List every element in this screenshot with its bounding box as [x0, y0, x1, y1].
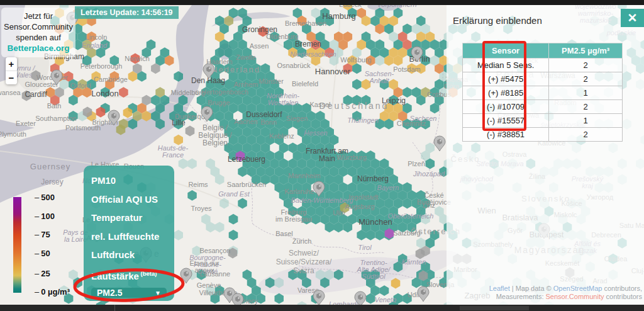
map-label: France — [162, 151, 184, 159]
cell-value: 2 — [549, 100, 623, 114]
map-label: Arnhem — [234, 81, 258, 88]
attribution-link[interactable]: OpenStreetMap — [553, 285, 602, 292]
map-label: Aachen — [234, 118, 257, 125]
close-panel-button[interactable]: ✕ — [621, 9, 644, 27]
table-row: (+) #81851 — [463, 86, 623, 100]
map-label: Schweiz/ — [289, 249, 319, 257]
explanation-panel: Erklärung einblenden ✕ Sensor PM2.5 µg/m… — [447, 5, 644, 305]
selected-layer-label: PM2.5 — [97, 288, 122, 298]
chevron-down-icon: ▼ — [155, 290, 161, 297]
map-label: Würzburg — [336, 154, 367, 161]
map-label: Main — [319, 154, 335, 163]
map-label: Cardiff — [25, 90, 47, 99]
attribution-text: | Map data © — [510, 285, 553, 292]
map-label: Tirol — [358, 244, 372, 251]
cell-sensor: (-) #10709 — [463, 100, 549, 114]
map-label: Guernsey — [30, 162, 70, 171]
map-label: Brugge — [208, 99, 230, 106]
donation-line: Sensor.Community — [3, 21, 74, 32]
map-label: London — [91, 89, 118, 98]
map-label: Veneto — [375, 296, 396, 303]
map-attribution: Leaflet | Map data © OpenStreetMap contr… — [489, 285, 642, 300]
layer-menu-item-pm10[interactable]: PM10 — [91, 171, 167, 190]
table-row: (-) #107092 — [463, 100, 623, 114]
zoom-in-button[interactable]: + — [6, 57, 17, 71]
map-label: Zürich — [292, 237, 312, 245]
zoom-out-button[interactable]: − — [6, 71, 17, 84]
map-label: Hamburg — [322, 11, 355, 21]
map-label: Lille — [172, 118, 186, 127]
scale-tick-label: –500 — [35, 193, 55, 202]
map-label: Oxford — [70, 82, 91, 89]
bottom-taskbar — [0, 305, 644, 311]
map-label: Oldenburg — [266, 33, 298, 40]
map-label: England — [82, 42, 108, 49]
map-label: Suisse/Svizzera/ — [276, 257, 332, 266]
map-label: Exeter — [16, 120, 36, 127]
map-label: Peterborough — [80, 62, 123, 70]
map-label: Mannheim — [288, 172, 320, 179]
map-label: Ulm — [333, 209, 345, 217]
map-label: Baden-Württemberg — [291, 196, 353, 204]
cell-value: 1 — [549, 114, 623, 128]
map-label: Münster — [258, 77, 284, 85]
attribution-link[interactable]: Leaflet — [489, 285, 510, 292]
donation-line: spenden auf — [3, 32, 74, 43]
map-label: Nürnberg — [357, 174, 389, 183]
map-label: Letzebuerg — [228, 155, 265, 164]
cell-value: 2 — [549, 128, 623, 142]
scale-tick-label: –50 — [35, 249, 50, 258]
zoom-control[interactable]: + − — [6, 57, 17, 84]
cell-sensor: (-) #38851 — [463, 128, 549, 142]
map-label: Gloucester — [25, 81, 58, 88]
cell-sensor: (+) #5475 — [463, 72, 549, 86]
map-label: Middelburg — [171, 89, 205, 96]
attribution-link[interactable]: Sensor.Community — [546, 293, 604, 300]
layer-menu[interactable]: PM10Official AQI USTemperaturrel. Luftfe… — [84, 166, 174, 301]
map-label: Westfalen — [268, 99, 299, 106]
layer-menu-item-temperatur[interactable]: Temperatur — [91, 208, 167, 227]
layer-menu-item-official-aqi-us[interactable]: Official AQI US — [91, 190, 167, 209]
map-label: Augsburg — [345, 203, 374, 210]
map-label: Südtirol — [362, 273, 386, 280]
sensor-table: Sensor PM2.5 µg/m³ Median 5 Sens.2(+) #5… — [462, 43, 623, 142]
layer-menu-item-luftdruck[interactable]: Luftdruck — [91, 246, 167, 264]
map-label: Norwich — [125, 55, 150, 62]
map-label: Svizra — [293, 266, 314, 275]
attribution-text: Measurements: — [496, 293, 546, 300]
map-label: Siegen — [286, 115, 308, 122]
cell-sensor: (+) #8185 — [463, 86, 549, 100]
map-label: Genève — [197, 281, 221, 289]
map-label: Troyes — [191, 205, 212, 212]
map-label: Bayern — [377, 184, 399, 191]
top-letterbox-bar — [0, 0, 644, 5]
layer-menu-item-rel-luftfeuchte[interactable]: rel. Luftfeuchte — [91, 227, 167, 246]
table-row: (-) #155571 — [463, 114, 623, 128]
scale-tick-label: –25 — [35, 269, 50, 278]
map-label: Bonn — [260, 118, 277, 126]
layer-select-pm25[interactable]: PM2.5 ▼ — [91, 288, 167, 298]
map-label: Cambridge — [94, 76, 128, 83]
cell-value: 2 — [549, 59, 623, 72]
cell-value: 2 — [549, 72, 623, 86]
map-label: Nederland — [211, 65, 260, 74]
explanation-toggle[interactable]: Erklärung einblenden — [453, 15, 542, 26]
donation-line: Jetzt für — [3, 11, 74, 21]
map-label: im Breisgau — [275, 215, 312, 223]
scale-tick-label: –100 — [35, 212, 55, 221]
map-label: Lausanne — [200, 270, 230, 278]
map-label: Saarbrücken — [227, 181, 266, 188]
taskbar-divider — [114, 305, 115, 311]
map-label: Thüringen — [347, 116, 379, 124]
map-label: Potsdam — [393, 65, 420, 73]
taskbar-item — [460, 306, 529, 310]
map-label: Budějovice — [417, 198, 451, 206]
map-label: Plzeň — [408, 160, 425, 167]
cell-sensor: Median 5 Sens. — [463, 59, 549, 72]
betterplace-link[interactable]: Betterplace.org — [3, 43, 74, 54]
table-row: Median 5 Sens.2 — [463, 59, 623, 72]
map-label: Ingolstadt — [348, 193, 379, 201]
layer-menu-item-lautst-rke[interactable]: Lautstärke (beta) — [91, 264, 167, 286]
map-label: Bremen — [295, 40, 321, 48]
map-label: Wolfsburg — [340, 56, 371, 64]
